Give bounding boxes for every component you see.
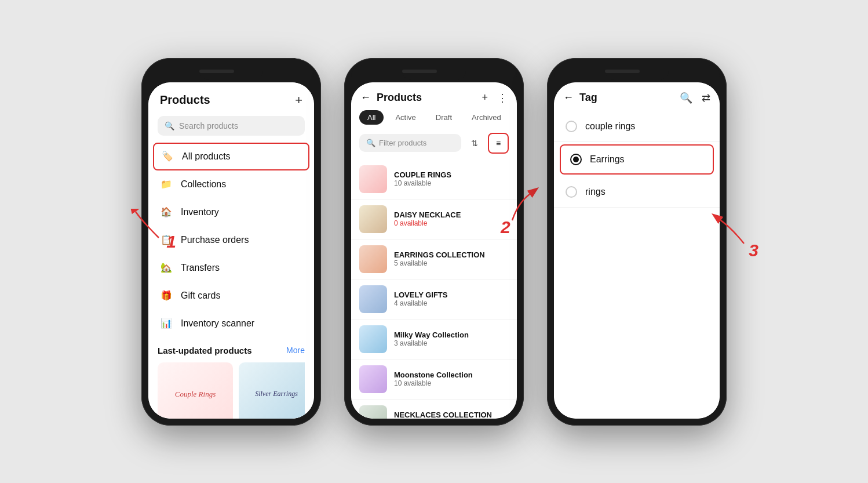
tab-draft[interactable]: Draft bbox=[428, 110, 460, 125]
list-item-daisy-necklace[interactable]: DAISY NECKLACE 0 available bbox=[351, 199, 517, 239]
tag-icon: 🏷️ bbox=[161, 150, 174, 163]
phone2-wrapper: ← Products + ⋮ All Active Draft Archived bbox=[344, 58, 524, 426]
thumb-necklaces bbox=[359, 405, 387, 419]
phone2-header: ← Products + ⋮ bbox=[351, 82, 517, 110]
phone1-notch bbox=[148, 65, 314, 82]
avail-lovely-gifts: 4 available bbox=[394, 299, 509, 307]
tab-all[interactable]: All bbox=[359, 110, 384, 125]
tabs-row: All Active Draft Archived bbox=[351, 110, 517, 130]
menu-label-purchase-orders: Purchase orders bbox=[181, 235, 249, 245]
screenshots-container: Products + 🔍 Search products 🏷️ All prod… bbox=[141, 58, 727, 426]
sort-button[interactable]: ⇅ bbox=[466, 133, 483, 154]
add-icon[interactable]: + bbox=[482, 92, 488, 104]
list-item-necklaces[interactable]: NECKLACES COLLECTION 4 available bbox=[351, 400, 517, 419]
search-icon: 🔍 bbox=[165, 121, 174, 130]
avail-couple-rings: 10 available bbox=[394, 179, 509, 187]
filter-button[interactable]: ≡ bbox=[488, 133, 509, 154]
header-icons: + ⋮ bbox=[482, 92, 508, 104]
list-item-lovely-gifts[interactable]: LOVELY GIFTS 4 available bbox=[351, 279, 517, 319]
add-button[interactable]: + bbox=[295, 93, 302, 108]
thumb-couple-rings bbox=[359, 165, 387, 193]
product-card-silver-earrings[interactable]: SILVER EARRIN... Active • 12 available bbox=[239, 362, 305, 419]
thumb-moonstone bbox=[359, 365, 387, 393]
menu-item-gift-cards[interactable]: 🎁 Gift cards bbox=[148, 282, 314, 310]
radio-label-rings: rings bbox=[585, 187, 606, 197]
phone3-screen: ← Tag 🔍 ⇄ couple rings Earri bbox=[554, 82, 720, 419]
thumb-lovely-gifts bbox=[359, 285, 387, 313]
radio-item-earrings[interactable]: Earrings bbox=[560, 144, 714, 175]
section-title: Last-updated products bbox=[158, 346, 252, 355]
section-header: Last-updated products More bbox=[158, 346, 305, 355]
name-necklaces: NECKLACES COLLECTION bbox=[394, 411, 509, 419]
list-item-milky-way[interactable]: Milky Way Collection 3 available bbox=[351, 319, 517, 359]
phone3-header: ← Tag 🔍 ⇄ bbox=[554, 82, 720, 111]
phone1: Products + 🔍 Search products 🏷️ All prod… bbox=[141, 58, 321, 426]
phone3-title: Tag bbox=[574, 92, 680, 104]
phone1-title: Products bbox=[160, 93, 210, 107]
couple-rings-image bbox=[158, 362, 233, 419]
radio-circle-earrings bbox=[570, 154, 582, 165]
thumb-earrings bbox=[359, 245, 387, 273]
speaker2 bbox=[402, 70, 437, 73]
avail-earrings: 5 available bbox=[394, 259, 509, 267]
radio-circle-couple-rings bbox=[566, 121, 577, 132]
menu-item-purchase-orders[interactable]: 📋 Purchase orders bbox=[148, 226, 314, 254]
phone3: ← Tag 🔍 ⇄ couple rings Earri bbox=[547, 58, 727, 426]
tab-active[interactable]: Active bbox=[387, 110, 424, 125]
speaker bbox=[199, 70, 234, 73]
radio-item-rings[interactable]: rings bbox=[554, 177, 720, 208]
menu-label-all-products: All products bbox=[182, 151, 231, 162]
phone3-wrapper: ← Tag 🔍 ⇄ couple rings Earri bbox=[547, 58, 727, 426]
name-daisy-necklace: DAISY NECKLACE bbox=[394, 210, 509, 219]
radio-item-couple-rings[interactable]: couple rings bbox=[554, 111, 720, 142]
product-card-couple-rings[interactable]: COUPLE RINGS Active • 10 available bbox=[158, 362, 233, 419]
scanner-icon: 📊 bbox=[160, 317, 173, 330]
phone3-notch bbox=[554, 65, 720, 82]
menu-item-collections[interactable]: 📁 Collections bbox=[148, 170, 314, 198]
back-button[interactable]: ← bbox=[360, 92, 371, 104]
silver-earrings-image bbox=[239, 362, 305, 419]
menu-label-inventory-scanner: Inventory scanner bbox=[181, 318, 254, 329]
filter-search[interactable]: 🔍 Filter products bbox=[359, 134, 461, 152]
speaker3 bbox=[605, 70, 640, 73]
more-icon[interactable]: ⋮ bbox=[497, 92, 508, 104]
num3-label: 3 bbox=[749, 241, 758, 260]
radio-label-couple-rings: couple rings bbox=[585, 121, 635, 132]
filter-search-icon: 🔍 bbox=[366, 139, 375, 147]
name-milky-way: Milky Way Collection bbox=[394, 331, 509, 339]
search-bar[interactable]: 🔍 Search products bbox=[158, 116, 305, 136]
filter-placeholder: Filter products bbox=[379, 139, 426, 147]
phone3-back-button[interactable]: ← bbox=[563, 92, 574, 104]
radio-label-earrings: Earrings bbox=[590, 154, 625, 165]
name-moonstone: Moonstone Collection bbox=[394, 371, 509, 379]
menu-item-inventory[interactable]: 🏠 Inventory bbox=[148, 198, 314, 226]
more-link[interactable]: More bbox=[286, 346, 305, 355]
collection-icon: 📁 bbox=[160, 178, 173, 191]
phone2-notch bbox=[351, 65, 517, 82]
phone2-title: Products bbox=[377, 92, 476, 104]
list-item-couple-rings[interactable]: COUPLE RINGS 10 available bbox=[351, 159, 517, 199]
transfers-icon: 🏡 bbox=[160, 262, 173, 274]
gift-icon: 🎁 bbox=[160, 289, 173, 302]
menu-item-transfers[interactable]: 🏡 Transfers bbox=[148, 254, 314, 282]
product-list: COUPLE RINGS 10 available DAISY NECKLACE… bbox=[351, 159, 517, 419]
notch bbox=[199, 67, 263, 80]
radio-circle-rings bbox=[566, 186, 577, 198]
filter-row: 🔍 Filter products ⇅ ≡ bbox=[351, 130, 517, 159]
search-action-icon[interactable]: 🔍 bbox=[680, 92, 692, 104]
thumb-daisy-necklace bbox=[359, 205, 387, 233]
tab-archived[interactable]: Archived bbox=[464, 110, 509, 125]
menu-label-collections: Collections bbox=[181, 179, 226, 190]
menu-item-all-products[interactable]: 🏷️ All products bbox=[153, 143, 309, 170]
phone3-action-icons: 🔍 ⇄ bbox=[680, 92, 710, 104]
info-lovely-gifts: LOVELY GIFTS 4 available bbox=[394, 290, 509, 307]
refresh-icon[interactable]: ⇄ bbox=[702, 92, 710, 104]
info-earrings: EARRINGS COLLECTION 5 available bbox=[394, 250, 509, 267]
phone1-header: Products + bbox=[148, 82, 314, 114]
menu-label-gift-cards: Gift cards bbox=[181, 290, 220, 301]
menu-label-transfers: Transfers bbox=[181, 263, 220, 273]
list-item-moonstone[interactable]: Moonstone Collection 10 available bbox=[351, 359, 517, 400]
info-milky-way: Milky Way Collection 3 available bbox=[394, 331, 509, 347]
list-item-earrings[interactable]: EARRINGS COLLECTION 5 available bbox=[351, 239, 517, 279]
menu-item-inventory-scanner[interactable]: 📊 Inventory scanner bbox=[148, 310, 314, 337]
